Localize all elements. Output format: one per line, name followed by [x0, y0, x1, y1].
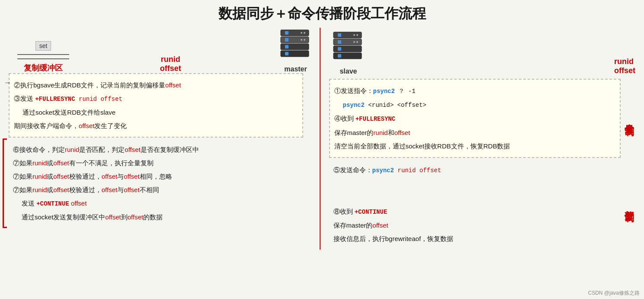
- full-sync-right-box: ①发送指令：psync2 ？ -1 psync2 <runid> <offset…: [329, 79, 621, 158]
- svg-rect-3: [281, 51, 309, 57]
- right-full-line2: psync2 <runid> <offset>: [343, 99, 616, 111]
- content-area: set 复制缓冲区 runid offset: [9, 28, 635, 250]
- partial-sync-vertical-label: 部分复制: [623, 203, 636, 206]
- watermark: CSDN @java修炼之路: [588, 289, 640, 297]
- right-full-line1: ①发送指令：psync2 ？ -1: [334, 85, 616, 97]
- svg-point-9: [304, 32, 305, 34]
- svg-point-8: [301, 32, 302, 34]
- partial-bracket: [3, 138, 7, 228]
- partial-sync-right-box: ⑤发送命令：psync2 runid offset ⑧收到 +CONTINUE …: [329, 159, 621, 250]
- svg-rect-14: [333, 46, 362, 52]
- slave-runid-label: runid: [614, 57, 634, 66]
- right-partial-line10: 接收信息后，执行bgrewriteaof，恢复数据: [333, 233, 617, 244]
- svg-point-11: [304, 39, 305, 41]
- full-sync-right-label: 全量复制: [621, 79, 635, 158]
- left-partial-line9: 通过socket发送复制缓冲区中offset到offset的数据: [22, 211, 311, 223]
- svg-rect-2: [281, 44, 309, 50]
- slave-offset-label: offset: [614, 66, 635, 75]
- left-full-line2: ③发送 +FULLRESYNC runid offset: [14, 93, 298, 105]
- svg-rect-7: [285, 52, 288, 55]
- buffer-line-2: [17, 58, 69, 59]
- left-full-line4: 期间接收客户端命令，offset发生了变化: [14, 120, 298, 132]
- buffer-label: 复制缓冲区: [24, 63, 63, 73]
- master-server: master: [276, 28, 315, 73]
- arrow-indicator: →: [3, 78, 11, 87]
- right-full-line4: ④收到 +FULLRESYNC: [334, 113, 616, 125]
- svg-point-23: [356, 41, 358, 43]
- svg-rect-19: [338, 54, 341, 58]
- left-partial-line6: ⑥接收命令，判定runid是否匹配，判定offset是否在复制缓冲区中: [13, 144, 311, 155]
- runid-offset-right: runid offset: [614, 57, 635, 75]
- left-partial-line7b: ⑦如果runid或offset校验通过，offset与offset相同，忽略: [13, 170, 311, 182]
- svg-point-21: [356, 34, 358, 36]
- slave-server: slave: [329, 30, 368, 75]
- left-partial-line7c: ⑦如果runid或offset校验通过，offset与offset不相同: [13, 184, 311, 196]
- page-title: 数据同步＋命令传播阶段工作流程: [9, 4, 635, 23]
- right-full-line6: 清空当前全部数据，通过socket接收RDB文件，恢复RDB数据: [334, 140, 616, 152]
- right-full-line5: 保存master的runid和offset: [334, 127, 616, 138]
- full-sync-vertical-label: 全量复制: [623, 116, 636, 120]
- buffer-area: set 复制缓冲区: [17, 41, 69, 73]
- master-runid-label: runid: [161, 55, 180, 64]
- right-panel: slave runid offset ①发送指令：psync2 ？ -1: [320, 28, 636, 250]
- right-partial-line8: ⑧收到 +CONTINUE: [333, 206, 617, 218]
- right-partial-line9: 保存master的offset: [333, 219, 617, 231]
- svg-rect-16: [338, 33, 341, 37]
- left-partial-line8: 发送 +CONTINUE offset: [22, 197, 311, 209]
- left-header: set 复制缓冲区 runid offset: [9, 28, 315, 73]
- full-sync-label-col: [303, 73, 315, 138]
- buffer-line-1: [17, 54, 69, 55]
- svg-point-20: [353, 34, 355, 36]
- runid-offset-left: runid offset: [160, 55, 181, 73]
- set-button: set: [35, 41, 51, 51]
- svg-rect-6: [285, 45, 288, 48]
- left-full-line1: ②执行bgsave生成RDB文件，记录当前的复制偏移量offset: [14, 79, 298, 91]
- left-panel: set 复制缓冲区 runid offset: [9, 28, 320, 250]
- svg-rect-18: [338, 47, 341, 51]
- svg-point-22: [353, 41, 355, 43]
- slave-label: slave: [340, 68, 357, 75]
- svg-rect-15: [333, 53, 362, 59]
- svg-rect-4: [285, 31, 288, 35]
- right-partial-line5: ⑤发送命令：psync2 runid offset: [333, 164, 617, 176]
- full-sync-left-box: → ②执行bgsave生成RDB文件，记录当前的复制偏移量offset ③发送 …: [9, 73, 303, 138]
- svg-rect-17: [338, 40, 341, 44]
- left-partial-line7a: ⑦如果runid或offset有一个不满足，执行全量复制: [13, 157, 311, 169]
- right-header: slave runid offset: [329, 28, 636, 75]
- master-label: master: [276, 65, 315, 73]
- partial-sync-right-outer: ⑤发送命令：psync2 runid offset ⑧收到 +CONTINUE …: [329, 159, 636, 250]
- svg-point-10: [301, 39, 302, 41]
- left-full-line3: 通过socket发送RDB文件给slave: [22, 106, 298, 118]
- main-container: 数据同步＋命令传播阶段工作流程 set 复制缓冲区: [0, 0, 644, 299]
- spacer: [333, 178, 617, 204]
- svg-rect-5: [285, 38, 288, 42]
- buffer-lines: [17, 52, 69, 61]
- partial-sync-left-box: ⑥接收命令，判定runid是否匹配，判定offset是否在复制缓冲区中 ⑦如果r…: [9, 138, 315, 228]
- master-offset-label: offset: [160, 64, 181, 73]
- partial-sync-right-label: 部分复制: [621, 159, 635, 250]
